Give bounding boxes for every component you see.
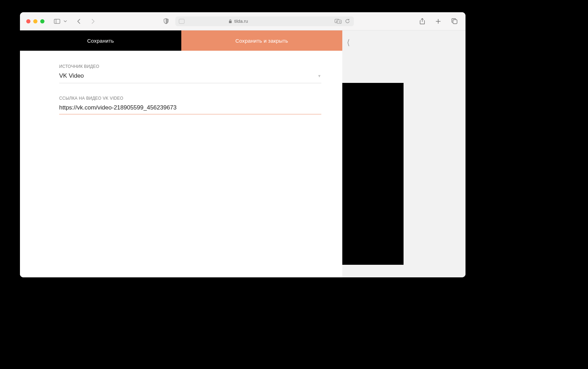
caret-down-icon: ▼	[317, 74, 321, 78]
svg-rect-2	[229, 21, 232, 23]
svg-rect-0	[54, 19, 60, 23]
address-right-controls: A文	[335, 19, 350, 24]
video-link-field: ССЫЛКА НА ВИДЕО VK VIDEO	[59, 96, 321, 114]
save-button[interactable]: Сохранить	[20, 30, 181, 51]
window-controls	[26, 19, 44, 23]
svg-text:A: A	[336, 20, 338, 22]
translate-icon[interactable]: A文	[335, 19, 342, 24]
video-link-input[interactable]	[59, 104, 321, 114]
save-button-label: Сохранить	[87, 38, 114, 44]
sidebar-icon[interactable]	[52, 17, 62, 26]
site-settings-icon[interactable]	[179, 19, 184, 24]
reload-icon[interactable]	[345, 19, 350, 24]
video-source-value: VK Video	[59, 72, 84, 79]
share-icon[interactable]	[417, 17, 427, 26]
video-source-field: ИСТОЧНИК ВИДЕО VK Video ▼	[59, 64, 321, 83]
lock-icon	[229, 19, 232, 23]
toolbar-center: tilda.ru A文	[161, 16, 354, 26]
browser-window: tilda.ru A文 Сохранить	[20, 12, 465, 277]
video-link-label: ССЫЛКА НА ВИДЕО VK VIDEO	[59, 96, 321, 101]
save-and-close-button-label: Сохранить и закрыть	[235, 38, 288, 44]
privacy-shield-icon[interactable]	[161, 17, 171, 26]
video-source-select[interactable]: VK Video ▼	[59, 72, 321, 83]
back-button[interactable]	[74, 17, 84, 26]
address-bar[interactable]: tilda.ru A文	[175, 16, 354, 26]
video-source-label: ИСТОЧНИК ВИДЕО	[59, 64, 321, 69]
chevron-down-icon[interactable]	[63, 17, 68, 26]
new-tab-icon[interactable]	[433, 17, 443, 26]
toolbar-right	[417, 17, 459, 26]
page-content: Сохранить Сохранить и закрыть ИСТОЧНИК В…	[20, 30, 465, 277]
chevron-left-icon: ⟨	[347, 38, 350, 47]
video-preview-block	[342, 83, 404, 265]
maximize-window-button[interactable]	[40, 19, 44, 23]
minimize-window-button[interactable]	[33, 19, 37, 23]
panel-tabs: Сохранить Сохранить и закрыть	[20, 30, 342, 51]
address-host-text: tilda.ru	[234, 19, 248, 24]
tabs-overview-icon[interactable]	[449, 17, 459, 26]
sidebar-toggle-group	[52, 17, 68, 26]
svg-text:文: 文	[338, 21, 341, 23]
collapse-panel-button[interactable]: ⟨	[347, 38, 350, 47]
address-host: tilda.ru	[229, 19, 248, 24]
save-and-close-button[interactable]: Сохранить и закрыть	[181, 30, 343, 51]
forward-button[interactable]	[88, 17, 98, 26]
settings-panel: Сохранить Сохранить и закрыть ИСТОЧНИК В…	[20, 30, 342, 277]
browser-toolbar: tilda.ru A文	[20, 12, 465, 30]
panel-body: ИСТОЧНИК ВИДЕО VK Video ▼ ССЫЛКА НА ВИДЕ…	[20, 51, 342, 134]
navigation-arrows	[74, 17, 98, 26]
close-window-button[interactable]	[26, 19, 30, 23]
svg-rect-7	[453, 20, 457, 24]
